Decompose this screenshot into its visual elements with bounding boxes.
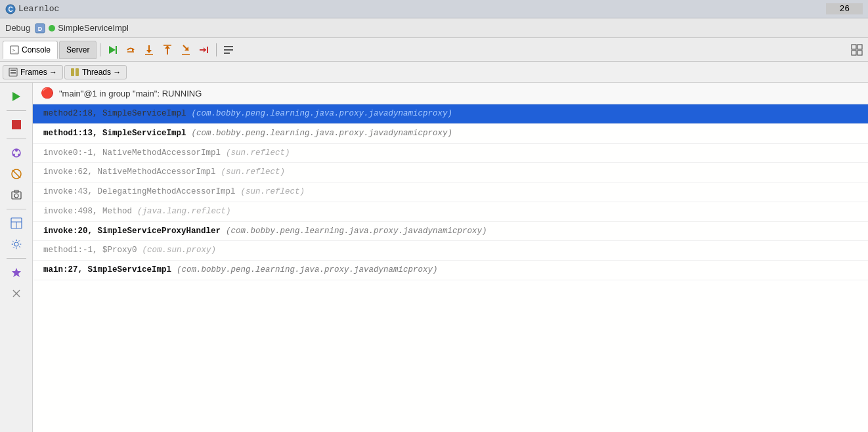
learnloc-icon: C (5, 4, 16, 14)
top-bar: C Learnloc 26 (0, 0, 868, 18)
frame-package: (com.bobby.peng.learning.java.proxy.java… (226, 225, 487, 238)
svg-text:C: C (8, 6, 12, 13)
threads-icon (70, 68, 79, 77)
evaluate-button[interactable] (220, 41, 237, 58)
frame-package: (com.bobby.peng.learning.java.proxy.java… (192, 108, 453, 120)
sidebar-views-icon[interactable] (8, 144, 25, 162)
sidebar-sep-1 (7, 110, 26, 111)
svg-text:>_: >_ (12, 48, 18, 53)
frame-package: (com.sun.proxy) (142, 244, 217, 257)
stack-frame[interactable]: invoke:62, NativeMethodAccessorImpl (sun… (33, 163, 868, 183)
sidebar-mute-icon[interactable] (8, 165, 25, 183)
top-bar-title: Learnloc (18, 4, 59, 14)
stack-frames-list: method2:18, SimpleServiceImpl (com.bobby… (33, 104, 868, 280)
sidebar-layout-icon[interactable] (8, 215, 25, 232)
svg-marker-20 (204, 47, 206, 53)
frame-method: method1:-1, $Proxy0 (43, 244, 137, 257)
resume-icon (107, 45, 118, 55)
tab-server[interactable]: Server (59, 41, 97, 59)
sidebar-pin-icon[interactable] (8, 264, 25, 281)
stack-frame[interactable]: method1:-1, $Proxy0 (com.sun.proxy) (33, 241, 868, 261)
sidebar-close-icon[interactable] (8, 285, 25, 302)
svg-rect-27 (852, 51, 856, 55)
toolbar-divider-1 (100, 43, 100, 56)
svg-marker-6 (109, 46, 116, 54)
thread-status-icon: 🔴 (41, 87, 54, 100)
sidebar-camera-icon[interactable] (8, 186, 25, 204)
sidebar (0, 83, 33, 432)
svg-point-43 (14, 194, 18, 198)
status-dot (49, 25, 55, 32)
frame-package: (sun.reflect) (221, 166, 286, 179)
thread-title: "main"@1 in group "main": RUNNING (59, 89, 202, 98)
svg-rect-35 (12, 120, 21, 129)
step-into-button[interactable] (141, 41, 158, 58)
sidebar-settings-icon[interactable] (8, 236, 25, 253)
step-over-button[interactable] (122, 41, 139, 58)
threads-button[interactable]: Threads → (64, 65, 127, 79)
svg-rect-23 (224, 49, 233, 51)
tab-console[interactable]: >_ Console (3, 41, 58, 59)
step-out-button[interactable] (159, 41, 176, 58)
tab-server-label: Server (66, 45, 89, 54)
frames-icon (9, 68, 18, 77)
stack-frame[interactable]: main:27, SimpleServiceImpl (com.bobby.pe… (33, 261, 868, 280)
settings-icon (851, 44, 863, 56)
stack-frame[interactable]: invoke:20, SimpleServiceProxyHandler (co… (33, 222, 868, 242)
stack-frame[interactable]: invoke:498, Method (java.lang.reflect) (33, 202, 868, 222)
svg-rect-32 (71, 68, 74, 76)
svg-rect-28 (857, 51, 862, 55)
content-area: 🔴 "main"@1 in group "main": RUNNING meth… (33, 83, 868, 432)
tab-console-label: Console (22, 45, 51, 54)
sidebar-stop-icon[interactable] (8, 116, 25, 133)
svg-rect-33 (76, 68, 79, 76)
svg-point-38 (12, 154, 15, 156)
sidebar-sep-4 (7, 258, 26, 259)
frame-method: invoke:43, DelegatingMethodAccessorImpl (43, 186, 236, 198)
force-step-into-button[interactable] (177, 41, 194, 58)
frame-package: (com.bobby.peng.learning.java.proxy.java… (177, 264, 438, 276)
run-to-cursor-icon (198, 44, 210, 56)
frame-package: (sun.reflect) (226, 147, 290, 160)
settings-button[interactable] (848, 41, 865, 58)
run-to-cursor-button[interactable] (196, 41, 213, 58)
svg-point-48 (14, 242, 18, 246)
frames-button[interactable]: Frames → (3, 65, 63, 79)
console-icon: >_ (10, 45, 19, 54)
stack-frame[interactable]: method2:18, SimpleServiceImpl (com.bobby… (33, 104, 868, 124)
svg-rect-30 (11, 70, 16, 71)
secondary-toolbar: Frames → Threads → (0, 62, 868, 83)
svg-rect-7 (116, 46, 117, 54)
svg-point-39 (18, 154, 20, 156)
svg-rect-24 (224, 53, 230, 54)
sidebar-resume-icon[interactable] (8, 88, 25, 105)
step-into-icon (143, 44, 155, 56)
threads-label: Threads → (82, 68, 121, 77)
toolbar: >_ Console Server (0, 38, 868, 62)
frame-package: (com.bobby.peng.learning.java.proxy.java… (192, 127, 453, 140)
frame-method: method2:18, SimpleServiceImpl (43, 108, 186, 120)
svg-marker-11 (146, 50, 152, 53)
stack-frame[interactable]: invoke:43, DelegatingMethodAccessorImpl … (33, 183, 868, 202)
debug-bar: Debug D SimpleServiceImpl (0, 18, 868, 38)
svg-point-37 (15, 149, 18, 152)
stack-frame[interactable]: method1:13, SimpleServiceImpl (com.bobby… (33, 124, 868, 144)
svg-text:D: D (38, 26, 43, 32)
thread-header: 🔴 "main"@1 in group "main": RUNNING (33, 83, 868, 104)
main-layout: 🔴 "main"@1 in group "main": RUNNING meth… (0, 83, 868, 432)
sidebar-sep-3 (7, 209, 26, 209)
evaluate-icon (223, 44, 234, 56)
frame-method: invoke0:-1, NativeMethodAccessorImpl (43, 147, 221, 160)
stack-frame[interactable]: invoke0:-1, NativeMethodAccessorImpl (su… (33, 144, 868, 163)
debug-icon: D (34, 22, 46, 34)
svg-rect-25 (852, 45, 856, 49)
frame-method: invoke:20, SimpleServiceProxyHandler (43, 225, 221, 238)
svg-line-41 (12, 170, 20, 178)
frame-method: main:27, SimpleServiceImpl (43, 264, 171, 276)
svg-rect-22 (224, 46, 233, 47)
frames-label: Frames → (20, 68, 57, 77)
resume-button[interactable] (104, 41, 121, 58)
step-over-icon (125, 44, 137, 56)
debug-class-name: SimpleServiceImpl (58, 23, 129, 33)
frame-package: (java.lang.reflect) (137, 205, 231, 218)
